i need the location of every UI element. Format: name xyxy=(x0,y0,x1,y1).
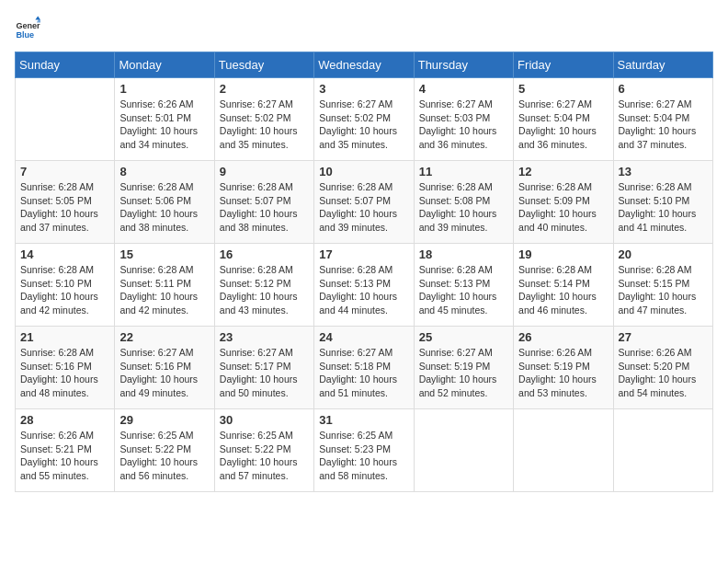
day-number: 24 xyxy=(319,330,408,344)
svg-text:General: General xyxy=(16,21,40,30)
day-number: 28 xyxy=(20,413,109,427)
day-number: 7 xyxy=(20,165,109,178)
day-header-thursday: Thursday xyxy=(414,52,513,78)
calendar-cell: 14Sunrise: 6:28 AM Sunset: 5:10 PM Dayli… xyxy=(16,244,115,327)
day-info: Sunrise: 6:28 AM Sunset: 5:12 PM Dayligh… xyxy=(220,263,309,317)
day-number: 26 xyxy=(518,330,608,344)
week-row-1: 1Sunrise: 6:26 AM Sunset: 5:01 PM Daylig… xyxy=(16,78,713,161)
day-header-sunday: Sunday xyxy=(16,52,115,78)
calendar-cell: 3Sunrise: 6:27 AM Sunset: 5:02 PM Daylig… xyxy=(314,78,414,161)
week-row-5: 28Sunrise: 6:26 AM Sunset: 5:21 PM Dayli… xyxy=(16,409,713,492)
day-info: Sunrise: 6:28 AM Sunset: 5:10 PM Dayligh… xyxy=(619,180,708,235)
calendar-cell: 4Sunrise: 6:27 AM Sunset: 5:03 PM Daylig… xyxy=(414,78,513,161)
day-info: Sunrise: 6:28 AM Sunset: 5:08 PM Dayligh… xyxy=(419,180,508,235)
calendar-cell: 24Sunrise: 6:27 AM Sunset: 5:18 PM Dayli… xyxy=(314,327,414,409)
calendar-cell: 27Sunrise: 6:26 AM Sunset: 5:20 PM Dayli… xyxy=(613,327,712,409)
day-info: Sunrise: 6:27 AM Sunset: 5:02 PM Dayligh… xyxy=(220,98,309,152)
day-info: Sunrise: 6:26 AM Sunset: 5:19 PM Dayligh… xyxy=(518,346,608,400)
day-number: 18 xyxy=(419,247,508,261)
logo: General Blue xyxy=(15,15,40,40)
page-header: General Blue xyxy=(15,15,713,40)
day-info: Sunrise: 6:27 AM Sunset: 5:03 PM Dayligh… xyxy=(419,98,508,152)
day-info: Sunrise: 6:28 AM Sunset: 5:09 PM Dayligh… xyxy=(518,180,608,235)
calendar-cell: 29Sunrise: 6:25 AM Sunset: 5:22 PM Dayli… xyxy=(115,409,214,492)
day-number: 30 xyxy=(220,413,309,427)
day-info: Sunrise: 6:27 AM Sunset: 5:18 PM Dayligh… xyxy=(319,346,408,400)
logo-icon: General Blue xyxy=(15,15,40,40)
calendar-cell: 6Sunrise: 6:27 AM Sunset: 5:04 PM Daylig… xyxy=(613,78,712,161)
calendar-cell: 8Sunrise: 6:28 AM Sunset: 5:06 PM Daylig… xyxy=(115,161,214,244)
week-row-2: 7Sunrise: 6:28 AM Sunset: 5:05 PM Daylig… xyxy=(16,161,713,244)
day-number: 21 xyxy=(20,330,109,344)
day-number: 19 xyxy=(518,247,608,261)
day-number: 29 xyxy=(119,413,209,427)
calendar-cell: 12Sunrise: 6:28 AM Sunset: 5:09 PM Dayli… xyxy=(514,161,613,244)
calendar-cell: 11Sunrise: 6:28 AM Sunset: 5:08 PM Dayli… xyxy=(414,161,513,244)
day-info: Sunrise: 6:28 AM Sunset: 5:05 PM Dayligh… xyxy=(20,180,109,235)
calendar-header-row: SundayMondayTuesdayWednesdayThursdayFrid… xyxy=(16,52,713,78)
day-info: Sunrise: 6:26 AM Sunset: 5:21 PM Dayligh… xyxy=(20,429,109,483)
calendar-cell: 9Sunrise: 6:28 AM Sunset: 5:07 PM Daylig… xyxy=(214,161,313,244)
day-header-wednesday: Wednesday xyxy=(314,52,414,78)
calendar-cell: 25Sunrise: 6:27 AM Sunset: 5:19 PM Dayli… xyxy=(414,327,513,409)
day-info: Sunrise: 6:28 AM Sunset: 5:07 PM Dayligh… xyxy=(220,180,309,235)
day-info: Sunrise: 6:28 AM Sunset: 5:16 PM Dayligh… xyxy=(20,346,109,400)
calendar-cell: 30Sunrise: 6:25 AM Sunset: 5:22 PM Dayli… xyxy=(214,409,313,492)
day-number: 2 xyxy=(220,82,309,96)
day-number: 22 xyxy=(119,330,209,344)
calendar-cell: 7Sunrise: 6:28 AM Sunset: 5:05 PM Daylig… xyxy=(16,161,115,244)
calendar-table: SundayMondayTuesdayWednesdayThursdayFrid… xyxy=(15,52,713,492)
day-info: Sunrise: 6:25 AM Sunset: 5:22 PM Dayligh… xyxy=(119,429,209,483)
calendar-cell: 15Sunrise: 6:28 AM Sunset: 5:11 PM Dayli… xyxy=(115,244,214,327)
day-info: Sunrise: 6:28 AM Sunset: 5:10 PM Dayligh… xyxy=(20,263,109,317)
calendar-cell xyxy=(613,409,712,492)
day-info: Sunrise: 6:28 AM Sunset: 5:06 PM Dayligh… xyxy=(119,180,209,235)
day-info: Sunrise: 6:27 AM Sunset: 5:04 PM Dayligh… xyxy=(518,98,608,152)
calendar-cell: 23Sunrise: 6:27 AM Sunset: 5:17 PM Dayli… xyxy=(214,327,313,409)
calendar-cell: 13Sunrise: 6:28 AM Sunset: 5:10 PM Dayli… xyxy=(613,161,712,244)
day-info: Sunrise: 6:28 AM Sunset: 5:13 PM Dayligh… xyxy=(319,263,408,317)
calendar-cell: 17Sunrise: 6:28 AM Sunset: 5:13 PM Dayli… xyxy=(314,244,414,327)
calendar-cell: 20Sunrise: 6:28 AM Sunset: 5:15 PM Dayli… xyxy=(613,244,712,327)
day-number: 23 xyxy=(220,330,309,344)
day-number: 12 xyxy=(518,165,608,178)
calendar-cell: 5Sunrise: 6:27 AM Sunset: 5:04 PM Daylig… xyxy=(514,78,613,161)
day-info: Sunrise: 6:28 AM Sunset: 5:14 PM Dayligh… xyxy=(518,263,608,317)
calendar-cell: 21Sunrise: 6:28 AM Sunset: 5:16 PM Dayli… xyxy=(16,327,115,409)
calendar-cell xyxy=(16,78,115,161)
day-number: 14 xyxy=(20,247,109,261)
day-number: 5 xyxy=(518,82,608,96)
day-info: Sunrise: 6:28 AM Sunset: 5:07 PM Dayligh… xyxy=(319,180,408,235)
day-number: 25 xyxy=(419,330,508,344)
day-info: Sunrise: 6:27 AM Sunset: 5:16 PM Dayligh… xyxy=(119,346,209,400)
day-number: 17 xyxy=(319,247,408,261)
calendar-cell: 10Sunrise: 6:28 AM Sunset: 5:07 PM Dayli… xyxy=(314,161,414,244)
day-number: 13 xyxy=(619,165,708,178)
day-info: Sunrise: 6:25 AM Sunset: 5:23 PM Dayligh… xyxy=(319,429,408,483)
day-number: 11 xyxy=(419,165,508,178)
calendar-cell: 31Sunrise: 6:25 AM Sunset: 5:23 PM Dayli… xyxy=(314,409,414,492)
day-info: Sunrise: 6:27 AM Sunset: 5:04 PM Dayligh… xyxy=(619,98,708,152)
day-header-tuesday: Tuesday xyxy=(214,52,313,78)
day-number: 3 xyxy=(319,82,408,96)
day-number: 9 xyxy=(220,165,309,178)
day-number: 8 xyxy=(119,165,209,178)
calendar-cell: 2Sunrise: 6:27 AM Sunset: 5:02 PM Daylig… xyxy=(214,78,313,161)
week-row-4: 21Sunrise: 6:28 AM Sunset: 5:16 PM Dayli… xyxy=(16,327,713,409)
day-info: Sunrise: 6:26 AM Sunset: 5:01 PM Dayligh… xyxy=(119,98,209,152)
calendar-cell xyxy=(414,409,513,492)
svg-marker-2 xyxy=(35,16,40,19)
calendar-body: 1Sunrise: 6:26 AM Sunset: 5:01 PM Daylig… xyxy=(16,78,713,492)
day-number: 31 xyxy=(319,413,408,427)
day-number: 20 xyxy=(619,247,708,261)
calendar-cell: 16Sunrise: 6:28 AM Sunset: 5:12 PM Dayli… xyxy=(214,244,313,327)
calendar-cell: 28Sunrise: 6:26 AM Sunset: 5:21 PM Dayli… xyxy=(16,409,115,492)
day-info: Sunrise: 6:28 AM Sunset: 5:13 PM Dayligh… xyxy=(419,263,508,317)
day-number: 10 xyxy=(319,165,408,178)
day-number: 4 xyxy=(419,82,508,96)
calendar-cell: 18Sunrise: 6:28 AM Sunset: 5:13 PM Dayli… xyxy=(414,244,513,327)
calendar-cell xyxy=(514,409,613,492)
day-header-friday: Friday xyxy=(514,52,613,78)
svg-text:Blue: Blue xyxy=(16,30,34,40)
day-header-monday: Monday xyxy=(115,52,214,78)
